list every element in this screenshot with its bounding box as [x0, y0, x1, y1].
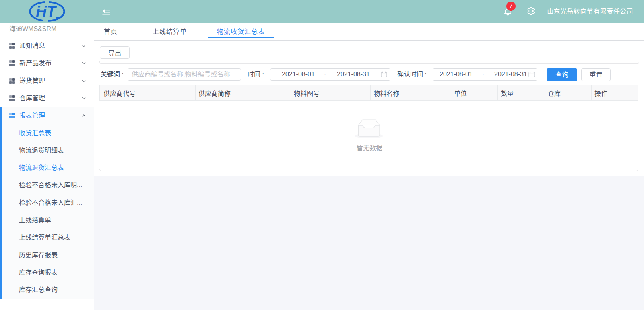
svg-text:HT: HT [36, 4, 57, 20]
